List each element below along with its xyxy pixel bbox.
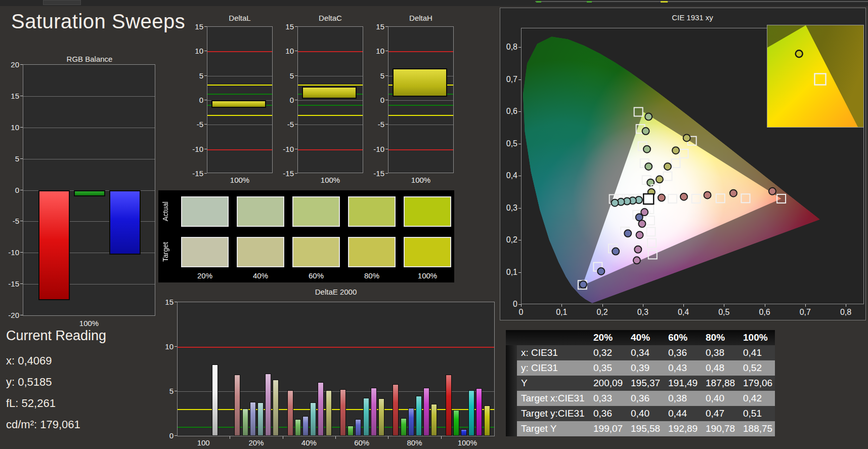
table-cell: 0,44 xyxy=(664,406,702,421)
cie-y-tick xyxy=(518,176,521,176)
table-row-label: Target y:CIE31 xyxy=(517,406,589,421)
current-reading-cd: cd/m²: 179,061 xyxy=(6,418,80,431)
y-tick xyxy=(20,315,23,315)
table-cell: 191,49 xyxy=(664,376,702,391)
deltae-bar xyxy=(393,384,399,436)
cie-measured-green xyxy=(645,113,652,120)
cie-xlabel: 0,2 xyxy=(596,308,607,317)
table-gutter xyxy=(506,421,517,436)
saturation-sweeps-page: Saturation Sweeps RGB Balance 100% Delta… xyxy=(0,0,868,449)
deltae-bar xyxy=(318,382,324,436)
cie-title: CIE 1931 xy xyxy=(672,13,713,22)
deltae-xlabel-100: 100 xyxy=(197,438,210,447)
deltae-bar xyxy=(468,390,474,436)
deltae-bar xyxy=(273,380,279,436)
table-cell: 192,89 xyxy=(664,421,702,436)
delta-bar xyxy=(302,87,357,98)
table-header-40%: 40% xyxy=(627,330,664,345)
cie-inset-zoom xyxy=(767,25,864,128)
y-tick xyxy=(204,124,207,125)
swatch-actual-20% xyxy=(181,196,229,227)
limit-line-green_lo xyxy=(298,105,363,106)
table-cell: 195,37 xyxy=(627,376,664,391)
toolbar-divider xyxy=(535,1,868,2)
swatch-row-label-Target: Target xyxy=(161,237,169,267)
cie-measured-magenta xyxy=(633,257,640,264)
deltae-xlabel-40%: 40% xyxy=(301,438,317,447)
swatch-actual-60% xyxy=(292,196,340,227)
gridline xyxy=(388,125,453,125)
deltae-chart xyxy=(177,302,495,436)
deltae-bar xyxy=(401,418,407,436)
deltae-title: DeltaE 2000 xyxy=(315,288,357,296)
cie-measured-blue xyxy=(580,281,587,288)
delta-title-DeltaL: DeltaL xyxy=(229,14,250,22)
deltae-bar xyxy=(340,389,346,436)
rgb-ylabel: 5 xyxy=(15,154,19,162)
table-cell: 0,42 xyxy=(739,391,775,406)
table-header-corner xyxy=(506,330,589,345)
table-cell: 0,38 xyxy=(664,391,702,406)
delta-ylabel: 15 xyxy=(195,22,203,31)
delta-ylabel: 10 xyxy=(285,47,294,55)
deltae-bar xyxy=(287,390,293,436)
table-row-label: y: CIE31 xyxy=(517,360,589,376)
cie-measured-magenta xyxy=(638,220,645,227)
toolbar-green-mark xyxy=(536,1,541,3)
top-toolbar-edge xyxy=(0,0,868,6)
deltae-xlabel-20%: 20% xyxy=(248,438,264,447)
rgb-ylabel: -20 xyxy=(8,311,19,319)
x-tick xyxy=(230,436,230,439)
cie-y-tick xyxy=(518,79,521,80)
y-tick xyxy=(20,221,23,221)
delta-ylabel: 0 xyxy=(199,96,203,104)
deltae-bar xyxy=(302,416,309,436)
cie-xlabel: 0,3 xyxy=(637,308,648,317)
table-cell: 0,39 xyxy=(627,360,664,376)
cie-measured-yellow xyxy=(664,163,671,170)
deltae-bar xyxy=(265,374,271,436)
table-cell: 0,36 xyxy=(664,345,702,360)
current-reading-fl: fL: 52,261 xyxy=(6,397,56,410)
table-cell: 199,07 xyxy=(589,421,627,436)
deltae-bar xyxy=(234,375,240,436)
table-cell: 179,06 xyxy=(739,376,775,391)
gridline xyxy=(23,128,155,128)
y-tick xyxy=(204,100,207,100)
limit-line-yellow_lo xyxy=(388,115,453,116)
table-cell: 0,35 xyxy=(589,360,627,376)
table-cell: 0,33 xyxy=(589,391,627,406)
deltae-ylabel: 15 xyxy=(165,298,173,306)
table-row-label: x: CIE31 xyxy=(517,345,589,360)
delta-ylabel: 15 xyxy=(285,22,294,31)
delta-ylabel: 0 xyxy=(380,96,384,104)
delta-chart-DeltaC xyxy=(297,26,363,173)
y-tick xyxy=(204,75,207,76)
table-cell: 0,34 xyxy=(627,345,664,360)
table-header-80%: 80% xyxy=(702,330,739,345)
deltae-ylabel: 0 xyxy=(169,431,173,440)
y-tick xyxy=(20,252,23,253)
table-gutter xyxy=(506,360,517,376)
table-cell: 0,40 xyxy=(702,391,739,406)
delta-ylabel: 10 xyxy=(376,47,384,55)
deltae-bar xyxy=(378,398,384,436)
deltae-bar xyxy=(371,388,377,436)
deltae-ylabel: 5 xyxy=(169,387,173,395)
cie-measured-blue xyxy=(624,230,631,237)
delta-ylabel: -5 xyxy=(378,120,384,129)
cie-y-tick xyxy=(518,304,521,305)
delta-ylabel: -10 xyxy=(192,144,203,153)
deltae-bar xyxy=(250,402,256,436)
measurement-table: 20%40%60%80%100%x: CIE310,320,340,360,38… xyxy=(506,330,775,436)
cie-ylabel: 0,4 xyxy=(506,171,517,180)
cie-inset-measured xyxy=(796,50,803,57)
y-tick xyxy=(175,346,177,347)
y-tick xyxy=(204,149,207,149)
y-tick xyxy=(295,51,297,51)
deltae-bar xyxy=(416,396,422,436)
table-cell: 0,41 xyxy=(739,345,775,360)
y-tick xyxy=(175,302,177,302)
y-tick xyxy=(20,283,23,284)
y-tick xyxy=(385,100,388,100)
